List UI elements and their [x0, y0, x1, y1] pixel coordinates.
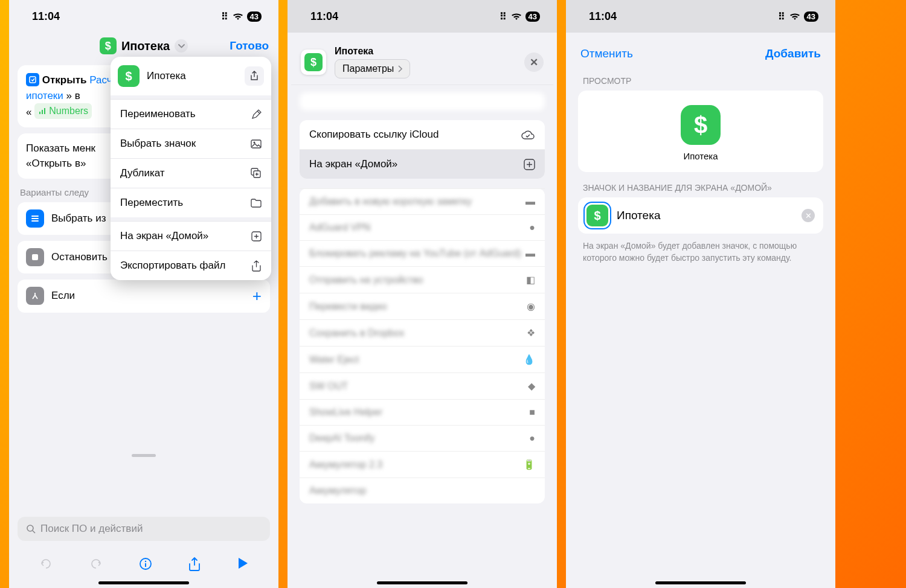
time: 11:04 — [32, 10, 60, 23]
svg-rect-3 — [44, 108, 45, 114]
svg-point-14 — [145, 561, 146, 562]
txt: ShowLive Helper — [309, 407, 382, 418]
copy-icloud-link[interactable]: Скопировать ссылку iCloud — [300, 120, 545, 149]
home-indicator[interactable] — [655, 581, 746, 584]
sheet-title: Ипотека — [335, 46, 410, 57]
battery-icon: 43 — [525, 11, 540, 22]
add-home-icon — [251, 231, 262, 241]
txt: AdGuard VPN — [309, 222, 370, 233]
grabber[interactable] — [132, 454, 156, 457]
app-icon: ◉ — [527, 301, 535, 312]
done-button[interactable]: Готово — [230, 39, 269, 53]
suggestion-if[interactable]: Если + — [18, 280, 270, 313]
battery-icon: 🔋 — [523, 459, 535, 470]
wifi-icon — [233, 12, 243, 21]
cellular-icon: ⠿ — [500, 11, 507, 22]
numbers-app-badge: Numbers — [34, 103, 92, 119]
dollar-icon: $ — [304, 53, 323, 71]
menu-add-to-home[interactable]: На экран «Домой» — [111, 221, 271, 251]
share-button[interactable] — [245, 66, 264, 86]
chevron-down-icon[interactable] — [175, 39, 188, 53]
shortcut-title[interactable]: $ Ипотека — [100, 37, 188, 54]
search-field[interactable]: Поиск ПО и действий — [18, 517, 270, 541]
add-button[interactable]: Добавить — [765, 47, 821, 60]
share-button[interactable] — [188, 557, 201, 572]
txt: Экспортировать файл — [120, 260, 225, 272]
open-icon — [26, 73, 39, 86]
txt: Параметры — [342, 63, 394, 74]
add-to-home-screen[interactable]: На экран «Домой» — [300, 149, 545, 179]
wifi-icon — [511, 12, 522, 21]
blurred-share-row — [300, 92, 545, 110]
section-preview: ПРОСМОТР — [583, 76, 818, 86]
icloud-icon — [521, 129, 535, 140]
drop-icon: 💧 — [523, 354, 535, 365]
txt: Показать менк — [26, 142, 95, 154]
cellular-icon: ⠿ — [778, 11, 786, 22]
clear-button[interactable]: ✕ — [802, 209, 815, 222]
image-icon — [251, 139, 262, 149]
txt: Выбрать из — [51, 213, 106, 225]
app-icon: ◧ — [526, 274, 535, 286]
icon-picker[interactable]: $ — [586, 205, 608, 226]
app-icon: ● — [529, 222, 535, 233]
txt: DeepAI Toonify — [309, 433, 374, 444]
screenshot-3: 11:04 ⠿ 43 Отменить Добавить ПРОСМОТР $ … — [566, 0, 835, 588]
chevron-right-icon — [397, 65, 402, 72]
menu-choose-icon[interactable]: Выбрать значок — [111, 129, 271, 158]
txt: Переименовать — [120, 108, 196, 120]
placeholder: Поиск ПО и действий — [40, 523, 143, 535]
app-icon: ▬ — [525, 248, 535, 259]
status-icons: ⠿ 43 — [778, 11, 818, 22]
name-input[interactable] — [617, 209, 793, 222]
txt: На экран «Домой» — [309, 158, 397, 170]
cancel-button[interactable]: Отменить — [580, 47, 633, 60]
txt: Открыть — [42, 74, 87, 86]
undo-button[interactable] — [39, 557, 53, 572]
svg-rect-2 — [42, 110, 43, 114]
menu-export[interactable]: Экспортировать файл — [111, 251, 271, 280]
svg-rect-0 — [30, 77, 36, 83]
name-row: $ ✕ — [578, 197, 823, 234]
footer-text: На экран «Домой» будет добавлен значок, … — [583, 240, 818, 264]
search-icon — [26, 524, 36, 534]
txt: Остановить — [51, 251, 108, 263]
time: 11:04 — [589, 10, 617, 23]
share-sheet: $ Ипотека Параметры ✕ Скопировать ссылку… — [291, 37, 553, 588]
info-button[interactable] — [138, 557, 153, 572]
export-icon — [251, 260, 262, 272]
params-button[interactable]: Параметры — [335, 59, 410, 78]
txt: ипотеки — [26, 90, 63, 101]
redo-button[interactable] — [89, 557, 103, 572]
txt: Перевести видео — [309, 301, 387, 312]
status-icons: ⠿ 43 — [221, 11, 262, 22]
svg-rect-6 — [31, 220, 39, 222]
play-button[interactable] — [237, 557, 249, 572]
menu-icon — [26, 209, 44, 228]
app-icon: ■ — [529, 407, 535, 418]
plus-icon[interactable]: + — [252, 287, 262, 305]
preview-label: Ипотека — [683, 151, 718, 161]
txt: Скопировать ссылку iCloud — [309, 129, 439, 141]
screenshot-1: 11:04 ⠿ 43 $ Ипотека Готово Открыть Расч… — [9, 0, 278, 588]
note-icon: ▬ — [525, 196, 535, 207]
menu-move[interactable]: Переместить — [111, 188, 271, 217]
txt: Дубликат — [120, 167, 165, 179]
svg-rect-4 — [31, 216, 39, 217]
sheet-header: $ Ипотека Параметры ✕ — [291, 37, 553, 85]
close-button[interactable]: ✕ — [524, 53, 544, 72]
cellular-icon: ⠿ — [221, 11, 229, 22]
add-home-icon — [524, 159, 535, 170]
editor-header: $ Ипотека Готово — [9, 33, 278, 59]
menu-rename[interactable]: Переименовать — [111, 99, 271, 129]
menu-duplicate[interactable]: Дубликат — [111, 158, 271, 188]
txt: Переместить — [120, 197, 183, 209]
status-icons: ⠿ 43 — [500, 11, 540, 22]
battery-icon: 43 — [247, 11, 262, 22]
home-indicator[interactable] — [98, 581, 189, 584]
dollar-icon: $ — [681, 105, 721, 145]
txt: Отправить на устройство — [309, 275, 423, 286]
menu-header: $ Ипотека — [111, 57, 271, 95]
txt: Ипотека — [147, 70, 186, 82]
home-indicator[interactable] — [377, 581, 467, 584]
